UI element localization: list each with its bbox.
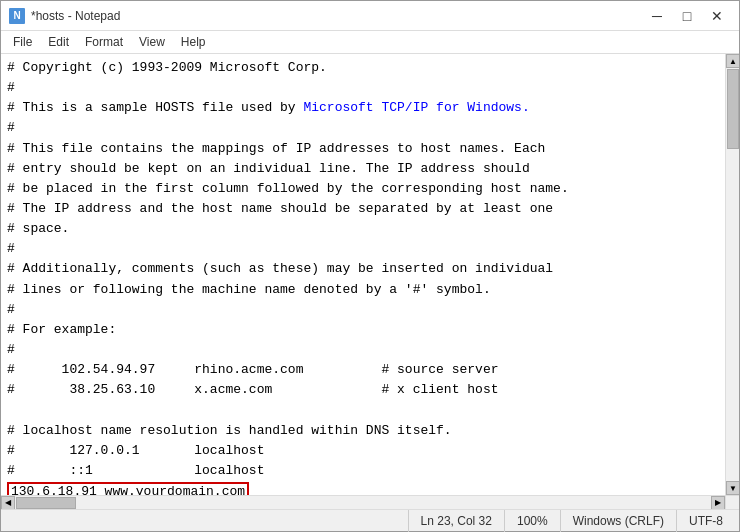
notepad-window: N *hosts - Notepad ─ □ ✕ File Edit Forma… <box>0 0 740 532</box>
scroll-track-horizontal <box>15 496 711 510</box>
hscroll-row: ◀ ▶ <box>1 495 739 509</box>
scroll-thumb-vertical[interactable] <box>727 69 739 149</box>
status-bar: Ln 23, Col 32 100% Windows (CRLF) UTF-8 <box>1 509 739 531</box>
window-title: *hosts - Notepad <box>31 9 120 23</box>
line-19: # localhost name resolution is handled w… <box>7 421 719 441</box>
scroll-thumb-horizontal[interactable] <box>16 497 76 509</box>
app-icon: N <box>9 8 25 24</box>
menu-view[interactable]: View <box>131 33 173 51</box>
status-sections: Ln 23, Col 32 100% Windows (CRLF) UTF-8 <box>408 510 735 532</box>
text-editor[interactable]: # Copyright (c) 1993-2009 Microsoft Corp… <box>1 54 725 495</box>
scroll-down-button[interactable]: ▼ <box>726 481 739 495</box>
line-9: # space. <box>7 219 719 239</box>
menu-format[interactable]: Format <box>77 33 131 51</box>
blue-link: Microsoft TCP/IP for Windows. <box>303 100 529 115</box>
scrollbar-vertical[interactable]: ▲ ▼ <box>725 54 739 495</box>
status-ln-col: Ln 23, Col 32 <box>408 510 504 532</box>
menu-edit[interactable]: Edit <box>40 33 77 51</box>
menu-help[interactable]: Help <box>173 33 214 51</box>
maximize-button[interactable]: □ <box>673 5 701 27</box>
scrollbar-corner <box>725 495 739 509</box>
minimize-button[interactable]: ─ <box>643 5 671 27</box>
status-zoom: 100% <box>504 510 560 532</box>
line-11: # Additionally, comments (such as these)… <box>7 259 719 279</box>
status-encoding: UTF-8 <box>676 510 735 532</box>
line-13: # <box>7 300 719 320</box>
line-8: # The IP address and the host name shoul… <box>7 199 719 219</box>
line-20: # 127.0.0.1 localhost <box>7 441 719 461</box>
scroll-right-button[interactable]: ▶ <box>711 496 725 510</box>
editor-area: # Copyright (c) 1993-2009 Microsoft Corp… <box>1 54 739 495</box>
line-21: # ::1 localhost <box>7 461 719 481</box>
line-3: # This is a sample HOSTS file used by Mi… <box>7 98 719 118</box>
line-6: # entry should be kept on an individual … <box>7 159 719 179</box>
window-controls: ─ □ ✕ <box>643 5 731 27</box>
scroll-left-button[interactable]: ◀ <box>1 496 15 510</box>
scrollbar-horizontal[interactable]: ◀ ▶ <box>1 495 725 509</box>
line-5: # This file contains the mappings of IP … <box>7 139 719 159</box>
title-bar-left: N *hosts - Notepad <box>9 8 120 24</box>
line-17: # 38.25.63.10 x.acme.com # x client host <box>7 380 719 400</box>
title-bar: N *hosts - Notepad ─ □ ✕ <box>1 1 739 31</box>
menu-file[interactable]: File <box>5 33 40 51</box>
highlighted-line-container: 130.6.18.91 www.yourdomain.com <box>7 482 719 495</box>
line-1: # Copyright (c) 1993-2009 Microsoft Corp… <box>7 58 719 78</box>
line-16: # 102.54.94.97 rhino.acme.com # source s… <box>7 360 719 380</box>
menu-bar: File Edit Format View Help <box>1 31 739 54</box>
line-2: # <box>7 78 719 98</box>
line-18 <box>7 400 719 420</box>
line-15: # <box>7 340 719 360</box>
scroll-up-button[interactable]: ▲ <box>726 54 739 68</box>
line-12: # lines or following the machine name de… <box>7 280 719 300</box>
line-10: # <box>7 239 719 259</box>
bottom-area: ◀ ▶ Ln 23, Col 32 100% Windows (CRLF) UT… <box>1 495 739 531</box>
hosts-entry: 130.6.18.91 www.yourdomain.com <box>7 482 249 495</box>
close-button[interactable]: ✕ <box>703 5 731 27</box>
scroll-track-vertical <box>726 68 739 481</box>
line-4: # <box>7 118 719 138</box>
line-14: # For example: <box>7 320 719 340</box>
line-7: # be placed in the first column followed… <box>7 179 719 199</box>
status-line-ending: Windows (CRLF) <box>560 510 676 532</box>
